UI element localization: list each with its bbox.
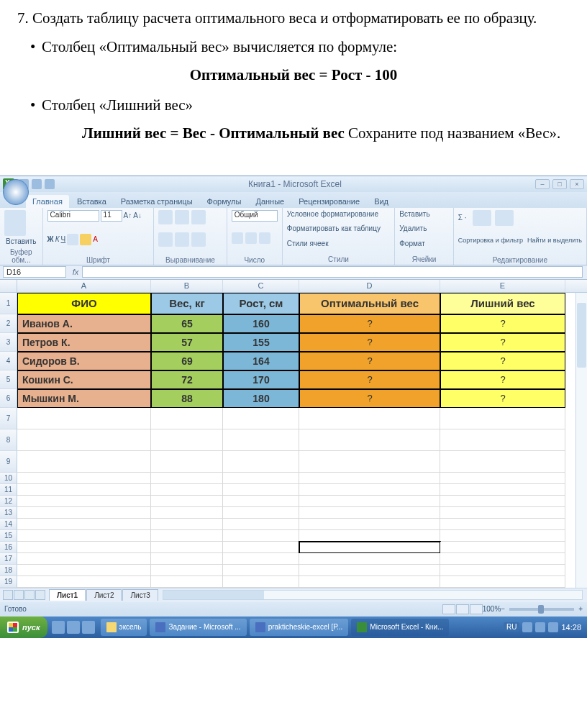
zoom-out-icon[interactable]: − xyxy=(501,605,505,613)
cell-B11[interactable] xyxy=(151,484,223,496)
office-button[interactable] xyxy=(3,179,29,205)
cell-E16[interactable] xyxy=(440,542,565,553)
border-icon[interactable] xyxy=(67,234,78,245)
align-bottom-icon[interactable] xyxy=(191,210,206,224)
cell-B6[interactable]: 88 xyxy=(151,389,223,408)
cell-A5[interactable]: Кошкин С. xyxy=(17,370,151,389)
cell-B5[interactable]: 72 xyxy=(151,370,223,389)
cell-C6[interactable]: 180 xyxy=(223,389,299,408)
cell-D11[interactable] xyxy=(299,484,440,496)
taskbar-item-word-1[interactable]: Задание - Microsoft ... xyxy=(150,619,246,636)
fx-icon[interactable]: fx xyxy=(69,268,82,276)
quick-launch-icon-2[interactable] xyxy=(67,621,80,634)
cell-B18[interactable] xyxy=(151,565,223,576)
format-cells-btn[interactable]: Формат xyxy=(399,240,449,247)
cell-D3[interactable]: ? xyxy=(299,333,440,352)
col-header-D[interactable]: D xyxy=(299,280,440,292)
quick-launch-icon-1[interactable] xyxy=(52,621,65,634)
cell-E2[interactable]: ? xyxy=(440,314,565,333)
taskbar-item-word-2[interactable]: prakticheskie-excel [Р... xyxy=(250,619,349,636)
sheet-tab-2[interactable]: Лист2 xyxy=(86,589,122,601)
cell-A9[interactable] xyxy=(17,451,151,473)
font-size-select[interactable]: 11 xyxy=(101,210,122,222)
sheet-next-icon[interactable] xyxy=(24,590,35,600)
row-header-2[interactable]: 2 xyxy=(0,314,17,333)
redo-icon[interactable] xyxy=(45,179,55,189)
cell-E6[interactable]: ? xyxy=(440,389,565,408)
view-normal-icon[interactable] xyxy=(442,604,455,614)
find-select-icon[interactable] xyxy=(495,210,514,226)
row-header-15[interactable]: 15 xyxy=(0,530,17,542)
cell-D16[interactable] xyxy=(299,542,440,553)
cell-E4[interactable]: ? xyxy=(440,352,565,370)
tab-view[interactable]: Вид xyxy=(368,195,395,208)
cell-D4[interactable]: ? xyxy=(299,352,440,370)
view-layout-icon[interactable] xyxy=(456,604,469,614)
tab-home[interactable]: Главная xyxy=(26,195,69,208)
taskbar-item-excel[interactable]: Microsoft Excel - Кни... xyxy=(351,619,449,636)
row-header-4[interactable]: 4 xyxy=(0,352,17,370)
sheet-tab-3[interactable]: Лист3 xyxy=(122,589,158,601)
insert-cells-btn[interactable]: Вставить xyxy=(399,210,449,218)
maximize-button[interactable]: □ xyxy=(552,179,567,189)
language-indicator[interactable]: RU xyxy=(504,622,519,632)
tab-review[interactable]: Рецензирование xyxy=(292,195,366,208)
row-header-18[interactable]: 18 xyxy=(0,565,17,576)
cell-C10[interactable] xyxy=(223,473,299,484)
cell-A3[interactable]: Петров К. xyxy=(17,333,151,352)
cell-D17[interactable] xyxy=(299,553,440,565)
sort-filter-icon[interactable] xyxy=(473,210,491,226)
row-header-17[interactable]: 17 xyxy=(0,553,17,565)
percent-icon[interactable] xyxy=(245,232,257,244)
cell-D1[interactable]: Оптимальный вес xyxy=(299,293,440,314)
name-box[interactable]: D16 xyxy=(3,266,66,278)
close-button[interactable]: × xyxy=(570,179,584,189)
cell-E18[interactable] xyxy=(440,565,565,576)
tab-data[interactable]: Данные xyxy=(249,195,291,208)
cell-E9[interactable] xyxy=(440,451,565,473)
cell-D10[interactable] xyxy=(299,473,440,484)
row-header-11[interactable]: 11 xyxy=(0,484,17,496)
undo-icon[interactable] xyxy=(32,179,42,189)
tab-page-layout[interactable]: Разметка страницы xyxy=(114,195,199,208)
zoom-in-icon[interactable]: + xyxy=(578,605,583,613)
cell-D12[interactable] xyxy=(299,496,440,507)
cell-D19[interactable] xyxy=(299,576,440,588)
cell-E7[interactable] xyxy=(440,408,565,429)
align-top-icon[interactable] xyxy=(158,210,173,224)
sheet-prev-icon[interactable] xyxy=(14,590,24,600)
cell-A8[interactable] xyxy=(17,429,151,451)
cell-E11[interactable] xyxy=(440,484,565,496)
cell-B4[interactable]: 69 xyxy=(151,352,223,370)
cell-A15[interactable] xyxy=(17,530,151,542)
cell-E19[interactable] xyxy=(440,576,565,588)
view-pagebreak-icon[interactable] xyxy=(470,604,483,614)
cell-B12[interactable] xyxy=(151,496,223,507)
row-header-1[interactable]: 1 xyxy=(0,293,17,314)
row-header-14[interactable]: 14 xyxy=(0,519,17,530)
sheet-nav[interactable] xyxy=(0,590,48,600)
cell-D6[interactable]: ? xyxy=(299,389,440,408)
sheet-last-icon[interactable] xyxy=(35,590,45,600)
zoom-slider[interactable] xyxy=(509,608,574,611)
cell-E13[interactable] xyxy=(440,507,565,519)
row-header-13[interactable]: 13 xyxy=(0,507,17,519)
row-header-7[interactable]: 7 xyxy=(0,408,17,429)
zoom-percent[interactable]: 100% xyxy=(483,605,501,613)
cell-C1[interactable]: Рост, см xyxy=(223,293,299,314)
cell-A17[interactable] xyxy=(17,553,151,565)
cell-B19[interactable] xyxy=(151,576,223,588)
sheet-first-icon[interactable] xyxy=(3,590,13,600)
row-header-19[interactable]: 19 xyxy=(0,576,17,588)
cell-D9[interactable] xyxy=(299,451,440,473)
cell-A11[interactable] xyxy=(17,484,151,496)
col-header-E[interactable]: E xyxy=(440,280,565,292)
cell-C7[interactable] xyxy=(223,408,299,429)
italic-icon[interactable]: К xyxy=(55,235,60,243)
cell-D15[interactable] xyxy=(299,530,440,542)
cell-A14[interactable] xyxy=(17,519,151,530)
cell-styles-btn[interactable]: Стили ячеек xyxy=(287,240,390,247)
cell-B1[interactable]: Вес, кг xyxy=(151,293,223,314)
cell-B16[interactable] xyxy=(151,542,223,553)
cell-B14[interactable] xyxy=(151,519,223,530)
